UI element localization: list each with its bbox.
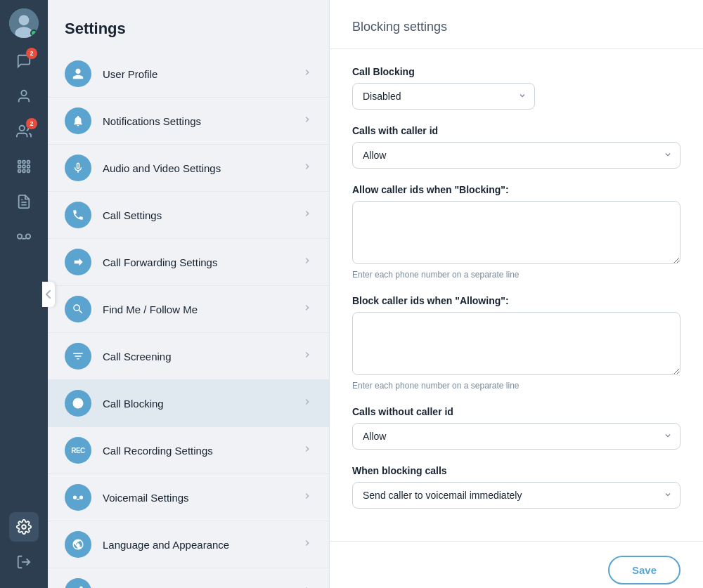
logout-nav-btn[interactable] <box>9 547 39 577</box>
calls-without-caller-id-section: Calls without caller id Allow Block <box>352 406 681 450</box>
nav-collapse-button[interactable] <box>42 282 55 307</box>
save-button[interactable]: Save <box>608 556 681 584</box>
allow-caller-ids-section: Allow caller ids when "Blocking": Enter … <box>352 184 681 280</box>
sidebar-item-audio-video[interactable]: Audio and Video Settings <box>48 145 329 192</box>
call-blocking-icon <box>65 390 91 417</box>
svg-point-1 <box>19 15 30 25</box>
calls-without-caller-id-select[interactable]: Allow Block <box>352 423 681 450</box>
settings-nav-btn[interactable] <box>9 512 39 542</box>
sidebar-item-call-recording-label: Call Recording Settings <box>103 445 302 457</box>
sidebar-item-call-settings-label: Call Settings <box>103 209 302 221</box>
chevron-right-icon <box>302 538 312 551</box>
notes-nav-btn[interactable] <box>9 187 39 216</box>
calls-with-caller-id-label: Calls with caller id <box>352 125 681 136</box>
call-settings-icon <box>65 202 91 228</box>
svg-point-24 <box>79 495 83 499</box>
find-me-icon <box>65 296 91 322</box>
sidebar-item-integrations-label: Integrations <box>103 586 302 589</box>
sidebar-item-user-profile-label: User Profile <box>103 68 302 80</box>
chevron-right-icon <box>302 444 312 457</box>
chevron-right-icon <box>302 350 312 362</box>
calls-with-caller-id-select[interactable]: Allow Block <box>352 142 681 169</box>
block-caller-ids-section: Block caller ids when "Allowing": Enter … <box>352 295 681 391</box>
chevron-right-icon <box>302 67 312 80</box>
settings-sidebar: Settings User Profile Notifications Sett… <box>48 0 329 588</box>
sidebar-item-call-screening-label: Call Screening <box>103 351 302 362</box>
svg-point-4 <box>20 126 25 131</box>
contacts-nav-btn[interactable] <box>9 81 39 111</box>
user-profile-icon <box>65 60 91 87</box>
sidebar-item-call-screening[interactable]: Call Screening <box>48 333 329 380</box>
chevron-right-icon <box>302 491 312 504</box>
sidebar-item-language-appearance[interactable]: Language and Appearance <box>48 521 329 568</box>
call-blocking-select[interactable]: Disabled Enabled <box>352 83 535 110</box>
audio-video-icon <box>65 155 91 181</box>
chevron-right-icon <box>302 115 312 127</box>
call-forwarding-icon <box>65 249 91 275</box>
sidebar-item-language-label: Language and Appearance <box>103 539 302 551</box>
sidebar-item-call-forwarding[interactable]: Call Forwarding Settings <box>48 239 329 286</box>
svg-rect-5 <box>18 161 21 164</box>
when-blocking-calls-select[interactable]: Send caller to voicemail immediately Pla… <box>352 482 681 509</box>
notifications-icon <box>65 107 91 134</box>
team-badge: 2 <box>26 118 37 129</box>
integrations-icon <box>65 578 91 588</box>
call-blocking-section: Call Blocking Disabled Enabled <box>352 66 681 110</box>
sidebar-item-call-forwarding-label: Call Forwarding Settings <box>103 256 302 268</box>
sidebar-item-voicemail[interactable]: Voicemail Settings <box>48 474 329 521</box>
chevron-right-icon <box>302 162 312 174</box>
call-blocking-select-wrapper: Disabled Enabled <box>352 83 535 110</box>
svg-rect-11 <box>18 170 21 173</box>
language-appearance-icon <box>65 531 91 558</box>
block-caller-ids-label: Block caller ids when "Allowing": <box>352 295 681 306</box>
svg-point-16 <box>18 234 22 238</box>
dialpad-nav-btn[interactable] <box>9 152 39 181</box>
calls-without-caller-id-select-wrapper: Allow Block <box>352 423 681 450</box>
calls-with-caller-id-select-wrapper: Allow Block <box>352 142 681 169</box>
when-blocking-calls-select-wrapper: Send caller to voicemail immediately Pla… <box>352 482 681 509</box>
sidebar-item-audio-video-label: Audio and Video Settings <box>103 162 302 174</box>
sidebar-item-call-recording[interactable]: REC Call Recording Settings <box>48 427 329 474</box>
calls-with-caller-id-section: Calls with caller id Allow Block <box>352 125 681 169</box>
sidebar-item-find-me-follow-me[interactable]: Find Me / Follow Me <box>48 286 329 333</box>
svg-rect-6 <box>22 161 25 164</box>
voicemail-nav-btn[interactable] <box>9 222 39 251</box>
sidebar-item-call-blocking[interactable]: Call Blocking <box>48 380 329 427</box>
main-footer: Save <box>330 541 703 588</box>
calls-without-caller-id-label: Calls without caller id <box>352 406 681 417</box>
call-blocking-label: Call Blocking <box>352 66 681 77</box>
sidebar-item-notifications-label: Notifications Settings <box>103 115 302 127</box>
svg-point-23 <box>73 495 77 499</box>
svg-rect-12 <box>22 170 25 173</box>
allow-caller-ids-label: Allow caller ids when "Blocking": <box>352 184 681 195</box>
messages-nav-btn[interactable]: 2 <box>9 46 39 76</box>
sidebar-item-user-profile[interactable]: User Profile <box>48 51 329 98</box>
call-recording-icon: REC <box>65 437 91 464</box>
when-blocking-calls-label: When blocking calls <box>352 465 681 476</box>
block-caller-ids-textarea[interactable] <box>352 312 681 375</box>
svg-rect-7 <box>27 161 30 164</box>
svg-point-19 <box>22 525 26 529</box>
nav-bar: 2 2 <box>0 0 48 588</box>
svg-point-3 <box>21 91 26 96</box>
svg-rect-9 <box>22 165 25 168</box>
when-blocking-calls-section: When blocking calls Send caller to voice… <box>352 465 681 509</box>
messages-badge: 2 <box>26 48 37 59</box>
call-screening-icon <box>65 343 91 370</box>
settings-list: User Profile Notifications Settings Audi… <box>48 51 329 588</box>
sidebar-item-find-me-label: Find Me / Follow Me <box>103 303 302 315</box>
chevron-right-icon <box>302 585 312 588</box>
voicemail-icon <box>65 484 91 511</box>
sidebar-item-call-blocking-label: Call Blocking <box>103 398 302 410</box>
team-nav-btn[interactable]: 2 <box>9 117 39 146</box>
main-header-title: Blocking settings <box>352 20 447 34</box>
sidebar-item-notifications[interactable]: Notifications Settings <box>48 98 329 145</box>
sidebar-item-integrations[interactable]: Integrations <box>48 568 329 588</box>
avatar[interactable] <box>9 8 39 38</box>
online-status-dot <box>30 30 37 37</box>
allow-caller-ids-textarea[interactable] <box>352 201 681 264</box>
svg-point-17 <box>26 234 30 238</box>
svg-rect-10 <box>27 165 30 168</box>
sidebar-item-call-settings[interactable]: Call Settings <box>48 192 329 239</box>
allow-caller-ids-hint: Enter each phone number on a separate li… <box>352 270 681 280</box>
